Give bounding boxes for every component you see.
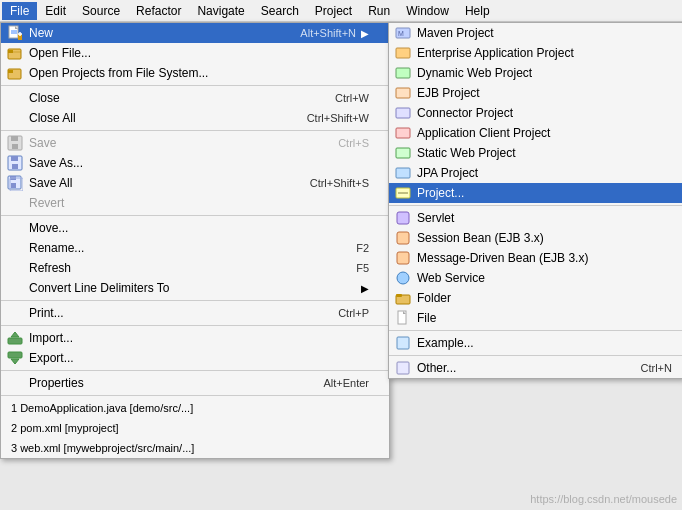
menu-file[interactable]: File (2, 2, 37, 20)
save-as-label: Save As... (29, 156, 369, 170)
menu-item-recent3[interactable]: 3 web.xml [mywebproject/src/main/...] (1, 438, 389, 458)
ejb-icon (393, 85, 413, 101)
other-shortcut: Ctrl+N (641, 362, 672, 374)
svg-rect-16 (12, 164, 18, 169)
submenu-jpa[interactable]: JPA Project (389, 163, 682, 183)
web-service-label: Web Service (417, 271, 672, 285)
menu-window[interactable]: Window (398, 2, 457, 20)
new-arrow: ▶ (361, 28, 369, 39)
open-file-icon (5, 45, 25, 61)
revert-label: Revert (29, 196, 369, 210)
submenu-sep3 (389, 355, 682, 356)
svg-rect-37 (397, 232, 409, 244)
example-icon (393, 335, 413, 351)
menu-item-close[interactable]: Close Ctrl+W (1, 88, 389, 108)
menu-item-recent2[interactable]: 2 pom.xml [myproject] (1, 418, 389, 438)
menu-item-export[interactable]: Export... (1, 348, 389, 368)
submenu-folder[interactable]: Folder (389, 288, 682, 308)
submenu-session-bean[interactable]: Session Bean (EJB 3.x) (389, 228, 682, 248)
close-label: Close (29, 91, 315, 105)
menu-item-convert[interactable]: Convert Line Delimiters To ▶ (1, 278, 389, 298)
enterprise-label: Enterprise Application Project (417, 46, 672, 60)
close-all-shortcut: Ctrl+Shift+W (307, 112, 369, 124)
submenu-other[interactable]: Other... Ctrl+N (389, 358, 682, 378)
servlet-label: Servlet (417, 211, 672, 225)
svg-rect-21 (8, 338, 22, 344)
submenu-web-service[interactable]: Web Service (389, 268, 682, 288)
svg-rect-32 (396, 148, 410, 158)
menu-project[interactable]: Project (307, 2, 360, 20)
jpa-icon (393, 165, 413, 181)
submenu-ejb[interactable]: EJB Project (389, 83, 682, 103)
new-icon (5, 25, 25, 41)
other-label: Other... (417, 361, 621, 375)
connector-icon (393, 105, 413, 121)
svg-rect-31 (396, 128, 410, 138)
menu-item-save: Save Ctrl+S (1, 133, 389, 153)
menu-item-properties[interactable]: Properties Alt+Enter (1, 373, 389, 393)
svg-point-39 (397, 272, 409, 284)
submenu-message-bean[interactable]: Message-Driven Bean (EJB 3.x) (389, 248, 682, 268)
menu-item-refresh[interactable]: Refresh F5 (1, 258, 389, 278)
menu-item-new[interactable]: New Alt+Shift+N ▶ (1, 23, 389, 43)
other-icon (393, 360, 413, 376)
menu-item-open-file[interactable]: Open File... (1, 43, 389, 63)
save-all-icon (5, 175, 25, 191)
submenu-dynamic-web[interactable]: Dynamic Web Project (389, 63, 682, 83)
menu-help[interactable]: Help (457, 2, 498, 20)
menubar: File Edit Source Refactor Navigate Searc… (0, 0, 682, 22)
import-icon (5, 330, 25, 346)
submenu-servlet[interactable]: Servlet (389, 208, 682, 228)
submenu-static-web[interactable]: Static Web Project (389, 143, 682, 163)
sep1 (1, 85, 389, 86)
menu-item-open-projects[interactable]: Open Projects from File System... (1, 63, 389, 83)
recent1-label: 1 DemoApplication.java [demo/src/...] (11, 402, 193, 414)
svg-rect-10 (8, 70, 13, 73)
svg-rect-36 (397, 212, 409, 224)
menu-item-move[interactable]: Move... (1, 218, 389, 238)
maven-icon: M (393, 25, 413, 41)
svg-marker-24 (11, 359, 19, 364)
refresh-label: Refresh (29, 261, 336, 275)
jpa-label: JPA Project (417, 166, 672, 180)
submenu-enterprise[interactable]: Enterprise Application Project (389, 43, 682, 63)
menu-item-print[interactable]: Print... Ctrl+P (1, 303, 389, 323)
enterprise-icon (393, 45, 413, 61)
sep6 (1, 370, 389, 371)
svg-rect-30 (396, 108, 410, 118)
submenu-app-client[interactable]: Application Client Project (389, 123, 682, 143)
menu-navigate[interactable]: Navigate (189, 2, 252, 20)
menu-item-rename[interactable]: Rename... F2 (1, 238, 389, 258)
menu-refactor[interactable]: Refactor (128, 2, 189, 20)
svg-rect-12 (11, 136, 18, 141)
file-label: File (417, 311, 672, 325)
export-label: Export... (29, 351, 369, 365)
save-shortcut: Ctrl+S (338, 137, 369, 149)
web-service-icon (393, 270, 413, 286)
menu-item-import[interactable]: Import... (1, 328, 389, 348)
move-label: Move... (29, 221, 369, 235)
submenu-file[interactable]: File (389, 308, 682, 328)
new-shortcut: Alt+Shift+N (300, 27, 356, 39)
submenu-connector[interactable]: Connector Project (389, 103, 682, 123)
file-icon (393, 310, 413, 326)
menu-run[interactable]: Run (360, 2, 398, 20)
menu-search[interactable]: Search (253, 2, 307, 20)
svg-text:M: M (398, 30, 404, 37)
submenu-maven[interactable]: M Maven Project (389, 23, 682, 43)
menu-item-close-all[interactable]: Close All Ctrl+Shift+W (1, 108, 389, 128)
convert-label: Convert Line Delimiters To (29, 281, 356, 295)
svg-rect-27 (396, 48, 410, 58)
menu-source[interactable]: Source (74, 2, 128, 20)
dynamic-web-icon (393, 65, 413, 81)
menu-edit[interactable]: Edit (37, 2, 74, 20)
menu-item-recent1[interactable]: 1 DemoApplication.java [demo/src/...] (1, 398, 389, 418)
servlet-icon (393, 210, 413, 226)
submenu-example[interactable]: Example... (389, 333, 682, 353)
menu-item-save-all[interactable]: Save All Ctrl+Shift+S (1, 173, 389, 193)
menu-item-revert: Revert (1, 193, 389, 213)
close-all-label: Close All (29, 111, 287, 125)
submenu-sep2 (389, 330, 682, 331)
submenu-project[interactable]: Project... (389, 183, 682, 203)
menu-item-save-as[interactable]: Save As... (1, 153, 389, 173)
